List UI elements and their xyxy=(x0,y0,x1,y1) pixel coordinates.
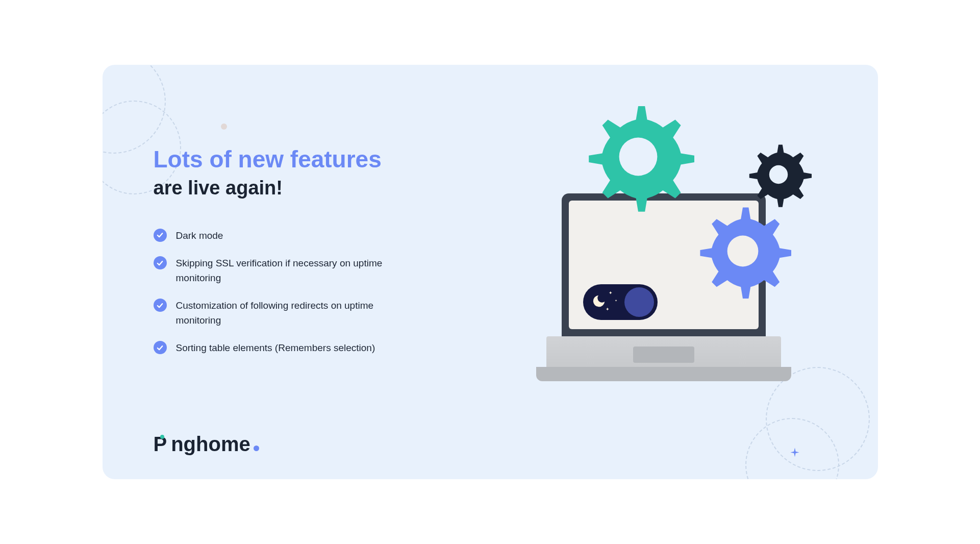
toggle-knob xyxy=(624,287,654,317)
feature-item: Sorting table elements (Remembers select… xyxy=(154,341,419,356)
decorative-dot xyxy=(221,123,227,130)
heading-subtitle: are live again! xyxy=(154,177,419,200)
dark-mode-toggle-illustration: ✦ ✦ ✦ xyxy=(583,284,658,320)
laptop-base xyxy=(536,367,791,381)
star-icon: ✦ xyxy=(606,307,610,312)
gear-icon-dark xyxy=(745,141,812,208)
feature-text: Dark mode xyxy=(176,229,223,243)
feature-announcement-card: Lots of new features are live again! Dar… xyxy=(103,65,878,479)
feature-text: Sorting table elements (Remembers select… xyxy=(176,341,375,356)
feature-list: Dark mode Skipping SSL verification if n… xyxy=(154,229,419,356)
text-content: Lots of new features are live again! Dar… xyxy=(154,145,419,356)
laptop-illustration: ✦ ✦ ✦ xyxy=(521,106,807,391)
gear-icon-teal xyxy=(582,101,694,213)
feature-text: Skipping SSL verification if necessary o… xyxy=(176,256,390,285)
brand-logo: Pnghome xyxy=(154,433,259,456)
laptop-trackpad xyxy=(633,347,694,363)
star-icon: ✦ xyxy=(615,299,617,302)
feature-text: Customization of following redirects on … xyxy=(176,299,390,328)
feature-item: Dark mode xyxy=(154,229,419,243)
check-icon xyxy=(154,229,167,242)
star-icon: ✦ xyxy=(609,290,613,295)
feature-item: Customization of following redirects on … xyxy=(154,299,419,328)
check-icon xyxy=(154,299,167,312)
heading-highlight: Lots of new features xyxy=(154,145,419,174)
check-icon xyxy=(154,256,167,269)
moon-icon xyxy=(591,293,607,311)
check-icon xyxy=(154,341,167,354)
laptop-keyboard xyxy=(546,336,781,367)
sparkle-icon xyxy=(788,447,801,460)
feature-item: Skipping SSL verification if necessary o… xyxy=(154,256,419,285)
brand-period-dot xyxy=(254,446,259,451)
gear-icon-blue xyxy=(694,203,791,300)
brand-text-rest: nghome xyxy=(171,433,250,456)
